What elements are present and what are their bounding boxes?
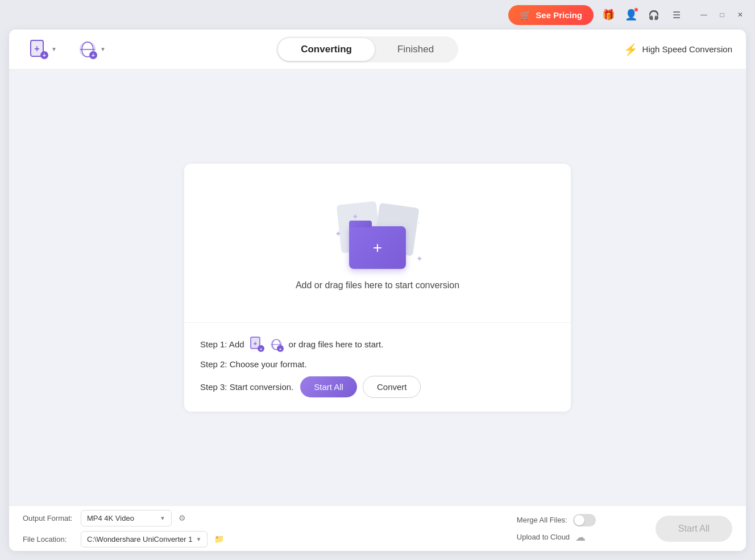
add-url-dropdown-arrow: ▼: [100, 46, 106, 52]
bolt-icon: ⚡: [624, 43, 638, 56]
tabs-container: Converting Finished: [276, 36, 458, 63]
step-1-row: Step 1: Add + +: [200, 337, 555, 352]
steps-section: Step 1: Add + +: [184, 323, 571, 412]
output-format-label: Output Format:: [23, 514, 74, 522]
high-speed-section: ⚡ High Speed Conversion: [624, 43, 732, 56]
titlebar-icons: 🎁 👤 🎧 ☰: [599, 6, 686, 24]
step1-suffix: or drag files here to start.: [289, 339, 384, 349]
menu-icon: ☰: [673, 10, 681, 20]
merge-files-row: Merge All Files:: [517, 514, 642, 526]
maximize-button[interactable]: □: [714, 7, 730, 23]
tab-switcher: Converting Finished: [111, 36, 624, 63]
svg-text:+: +: [259, 347, 262, 352]
step-2-row: Step 2: Choose your format.: [200, 359, 555, 369]
merge-files-toggle[interactable]: [573, 514, 596, 526]
start-all-main-label: Start All: [678, 524, 710, 533]
format-settings-icon[interactable]: ⚙: [179, 513, 186, 522]
sparkle-1: ✦: [335, 229, 342, 238]
upload-cloud-label: Upload to Cloud: [517, 533, 570, 541]
add-url-icon: +: [77, 39, 98, 60]
step-3-row: Step 3: Start conversion. Start All Conv…: [200, 376, 555, 398]
converting-tab-label: Converting: [301, 44, 352, 55]
user-icon: 👤: [625, 9, 637, 21]
toggle-knob: [574, 515, 584, 525]
see-pricing-label: See Pricing: [536, 10, 582, 20]
drop-zone-text: Add or drag files here to start conversi…: [296, 280, 459, 291]
headset-icon: 🎧: [648, 10, 659, 20]
format-select[interactable]: MP4 4K Video ▼: [81, 510, 172, 526]
header-left: + + ▼ + ▼: [23, 36, 111, 63]
cloud-icon[interactable]: ☁: [575, 531, 586, 544]
minimize-button[interactable]: —: [696, 7, 712, 23]
merge-files-label: Merge All Files:: [517, 516, 567, 524]
tab-converting[interactable]: Converting: [278, 38, 375, 61]
titlebar: 🛒 See Pricing 🎁 👤 🎧 ☰ — □ ✕: [0, 0, 755, 30]
app-content: + ✦ ✦ ✦ · Add or drag files here to star…: [9, 69, 746, 505]
folder-open-icon[interactable]: 📁: [214, 534, 224, 544]
folder-plus-icon: +: [373, 240, 382, 256]
app-window: + + ▼ + ▼: [9, 30, 746, 551]
convert-button[interactable]: Convert: [363, 376, 421, 398]
file-location-row: File Location: C:\Wondershare UniConvert…: [23, 531, 503, 547]
step3-buttons: Start All Convert: [300, 376, 421, 398]
svg-text:+: +: [92, 52, 95, 59]
location-value: C:\Wondershare UniConverter 1: [87, 535, 192, 544]
output-format-row: Output Format: MP4 4K Video ▼ ⚙: [23, 510, 503, 526]
svg-text:+: +: [43, 52, 46, 59]
window-controls: — □ ✕: [696, 7, 748, 23]
sparkle-2: ✦: [352, 212, 359, 221]
headset-button[interactable]: 🎧: [645, 6, 663, 24]
start-all-button[interactable]: Start All: [300, 376, 357, 397]
bottom-right-section: Merge All Files: Upload to Cloud ☁: [517, 514, 642, 544]
see-pricing-button[interactable]: 🛒 See Pricing: [508, 5, 594, 25]
gift-button[interactable]: 🎁: [599, 6, 617, 24]
add-file-dropdown-arrow: ▼: [51, 46, 57, 52]
folder-illustration: + ✦ ✦ ✦ ·: [332, 201, 423, 269]
format-dropdown-arrow: ▼: [160, 515, 165, 521]
location-dropdown-arrow: ▼: [196, 536, 201, 542]
drop-zone[interactable]: + ✦ ✦ ✦ · Add or drag files here to star…: [184, 164, 571, 323]
add-file-button[interactable]: + + ▼: [23, 36, 63, 63]
svg-text:+: +: [279, 347, 281, 352]
high-speed-label: High Speed Conversion: [642, 44, 732, 54]
sparkle-3: ✦: [416, 254, 423, 263]
svg-text:+: +: [34, 44, 39, 53]
location-select[interactable]: C:\Wondershare UniConverter 1 ▼: [81, 531, 208, 547]
bottom-bar: Output Format: MP4 4K Video ▼ ⚙ File Loc…: [9, 505, 746, 551]
format-value: MP4 4K Video: [87, 514, 134, 522]
step1-prefix: Step 1: Add: [200, 339, 244, 349]
mini-add-url-icon[interactable]: +: [268, 337, 284, 352]
close-button[interactable]: ✕: [732, 7, 748, 23]
start-all-label: Start All: [314, 382, 343, 392]
close-icon: ✕: [737, 11, 743, 19]
maximize-icon: □: [720, 11, 724, 19]
user-badge: [634, 7, 638, 12]
tab-finished[interactable]: Finished: [375, 38, 457, 61]
file-location-label: File Location:: [23, 535, 74, 544]
cart-icon: 🛒: [520, 10, 531, 20]
svg-text:+: +: [253, 340, 256, 347]
convert-label: Convert: [377, 382, 407, 392]
upload-cloud-row: Upload to Cloud ☁: [517, 531, 642, 544]
finished-tab-label: Finished: [397, 44, 434, 55]
add-url-button[interactable]: + ▼: [72, 36, 111, 63]
add-file-icon: + +: [28, 39, 49, 60]
step2-text: Step 2: Choose your format.: [200, 359, 307, 369]
bottom-left: Output Format: MP4 4K Video ▼ ⚙ File Loc…: [23, 510, 503, 547]
folder-tab: [349, 221, 372, 227]
app-header: + + ▼ + ▼: [9, 30, 746, 69]
user-button[interactable]: 👤: [622, 6, 640, 24]
step3-prefix: Step 3: Start conversion.: [200, 382, 293, 392]
menu-button[interactable]: ☰: [667, 6, 686, 24]
step1-icons: + + +: [249, 337, 284, 352]
drop-card: + ✦ ✦ ✦ · Add or drag files here to star…: [184, 164, 571, 412]
mini-add-file-icon[interactable]: + +: [249, 337, 265, 352]
start-all-main-button[interactable]: Start All: [656, 516, 732, 542]
folder-main: +: [349, 226, 406, 269]
gift-icon: 🎁: [602, 9, 615, 21]
minimize-icon: —: [700, 11, 707, 19]
sparkle-4: ·: [418, 218, 420, 227]
